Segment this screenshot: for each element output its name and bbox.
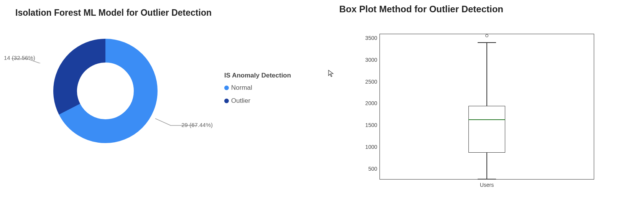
right-chart-panel: Box Plot Method for Outlier Detection 35… <box>337 0 644 201</box>
box-whisker-upper-stem <box>486 42 487 106</box>
y-tick-2500: 2500 <box>358 79 377 85</box>
left-chart-title: Isolation Forest ML Model for Outlier De… <box>15 8 337 18</box>
box-whisker-lower-stem <box>486 153 487 179</box>
legend-item-normal: Normal <box>224 84 291 92</box>
box-median <box>468 119 505 120</box>
x-axis-label-users: Users <box>480 182 494 188</box>
y-tick-500: 500 <box>358 166 377 172</box>
legend-label-outlier: Outlier <box>231 97 250 105</box>
donut-callout-normal: 29 (67.44%) <box>181 122 213 128</box>
donut-legend: IS Anomaly Detection Normal Outlier <box>224 72 291 110</box>
legend-swatch-normal <box>224 86 229 90</box>
box-whisker-upper-cap <box>478 42 496 43</box>
legend-swatch-outlier <box>224 99 229 103</box>
y-tick-3500: 3500 <box>358 35 377 41</box>
box-body <box>468 106 505 152</box>
donut-wrap: 14 (32.56%) 29 (67.44%) <box>48 33 163 148</box>
legend-item-outlier: Outlier <box>224 97 291 105</box>
box-whisker-lower-cap <box>478 179 496 180</box>
boxplot-container: 3500 3000 2500 2000 1500 1000 500 Users <box>356 30 602 191</box>
y-tick-2000: 2000 <box>358 100 377 106</box>
y-tick-1000: 1000 <box>358 144 377 150</box>
donut-slice-normal <box>65 51 146 131</box>
donut-callout-outlier: 14 (32.56%) <box>4 54 35 61</box>
y-tick-3000: 3000 <box>358 57 377 63</box>
donut-area: 14 (32.56%) 29 (67.44%) IS Anomaly Detec… <box>15 33 337 148</box>
y-tick-1500: 1500 <box>358 122 377 128</box>
right-chart-title: Box Plot Method for Outlier Detection <box>339 4 644 15</box>
legend-title: IS Anomaly Detection <box>224 72 291 79</box>
donut-chart <box>48 33 163 148</box>
left-chart-panel: Isolation Forest ML Model for Outlier De… <box>0 0 337 201</box>
legend-label-normal: Normal <box>231 84 252 92</box>
box-outlier-point <box>485 34 488 37</box>
